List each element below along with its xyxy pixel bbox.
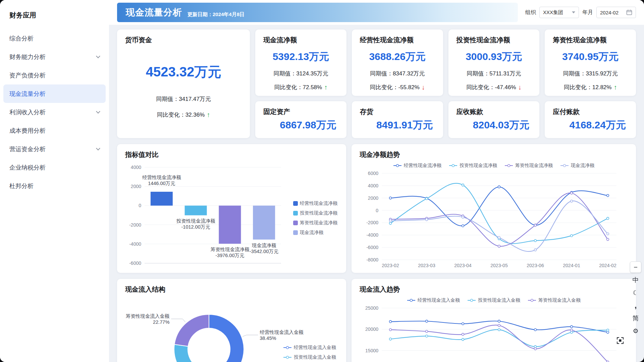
kpi-value: 5392.13万元 — [263, 50, 338, 64]
legend-item[interactable]: 筹资性现金流入金额 — [528, 297, 581, 304]
dark-mode-moon-icon[interactable]: ☾ — [630, 287, 641, 298]
legend-item[interactable]: 经营性现金流净额 — [293, 200, 337, 206]
floating-toolbar: − 中 ☾ , 简 ⚙ — [630, 261, 641, 337]
svg-text:38.45%: 38.45% — [260, 336, 276, 341]
svg-text:2024-01: 2024-01 — [563, 263, 580, 268]
main-content: 现金流量分析 更新日期：2024年4月8日 组织 XXX集团 年月 2024-0… — [109, 0, 644, 362]
comma-icon[interactable]: , — [630, 300, 641, 311]
fullscreen-icon[interactable] — [614, 335, 626, 347]
language-button[interactable]: 中 — [630, 274, 641, 286]
asset-kpi-card: 固定资产6867.98万元 — [255, 101, 346, 138]
kpi-card: 经营性现金流净额3688.26万元同期值：8347.32万元同比变化：-55.8… — [352, 29, 443, 96]
kpi-change: 同比变化：72.58%↑ — [263, 83, 338, 91]
svg-text:2000: 2000 — [131, 184, 141, 189]
sidebar-item-1[interactable]: 综合分析 — [3, 29, 106, 48]
kpi-value: 4168.24万元 — [553, 118, 628, 132]
charts-row-1: 指标值对比 400020000-2000-4000-6000经营性现金流净额14… — [117, 144, 636, 273]
page-title: 现金流量分析 — [126, 6, 182, 18]
month-label: 年月 — [582, 9, 593, 16]
svg-text:1446.00万元: 1446.00万元 — [148, 181, 175, 186]
svg-text:筹资性现金流入金额: 筹资性现金流入金额 — [126, 313, 170, 319]
legend-line-icon — [560, 164, 569, 168]
kpi-change-text: 同比变化：72.58% — [274, 83, 322, 91]
chart-title: 现金净额趋势 — [360, 150, 628, 159]
sidebar-item-8[interactable]: 企业纳税分析 — [3, 158, 106, 177]
page-banner: 现金流量分析 更新日期：2024年4月8日 — [117, 3, 518, 22]
svg-text:-1012.00万元: -1012.00万元 — [181, 224, 210, 230]
charts-row-2: 现金流入结构 经营性现金流入金额38.45%筹资性现金流入金额22.77% 经营… — [117, 279, 636, 362]
trend-up-icon: ↑ — [324, 83, 327, 91]
trend-up-icon: ↑ — [613, 83, 617, 91]
legend-line-icon — [449, 164, 458, 168]
legend-item[interactable]: 筹资性现金流净额 — [504, 162, 553, 169]
legend-item[interactable]: 现金流净额 — [293, 230, 337, 236]
header-row: 现金流量分析 更新日期：2024年4月8日 组织 XXX集团 年月 2024-0… — [109, 0, 644, 25]
month-picker[interactable]: 2024-02 — [596, 7, 636, 18]
sidebar-item-2[interactable]: 财务能力分析 — [3, 48, 106, 66]
legend-label: 投资性现金流入金额 — [294, 354, 336, 360]
bar-chart-legend: 经营性现金流净额投资性现金流净额筹资性现金流净额现金流净额 — [293, 200, 337, 236]
chevron-down-icon — [96, 109, 100, 114]
sidebar-item-9[interactable]: 杜邦分析 — [3, 177, 106, 195]
legend-line-icon — [467, 298, 476, 302]
sidebar-item-label: 利润收入分析 — [9, 108, 46, 116]
kpi-change: 同比变化：-55.82%↓ — [360, 83, 435, 91]
month-value: 2024-02 — [600, 10, 619, 15]
legend-line-icon — [393, 164, 402, 168]
svg-text:2023-03: 2023-03 — [418, 263, 435, 268]
svg-text:-2000: -2000 — [366, 220, 378, 225]
legend-label: 投资性现金流净额 — [460, 163, 497, 169]
legend-label: 经营性现金流入金额 — [418, 297, 460, 303]
org-select-value: XXX集团 — [543, 9, 563, 16]
svg-text:6000: 6000 — [368, 171, 378, 176]
settings-gear-icon[interactable]: ⚙ — [630, 325, 641, 337]
legend-item[interactable]: 筹资性现金流净额 — [293, 220, 337, 226]
svg-text:2000: 2000 — [368, 195, 378, 201]
sidebar-item-7[interactable]: 营运资金分析 — [3, 140, 106, 158]
legend-item[interactable]: 现金流净额 — [560, 162, 594, 169]
sidebar-item-label: 综合分析 — [9, 35, 34, 43]
legend-item[interactable]: 投资性现金流净额 — [293, 210, 337, 216]
kpi-change: 同比变化：32.36% ↑ — [125, 111, 242, 119]
sidebar-item-label: 杜邦分析 — [9, 182, 34, 190]
update-date: 更新日期：2024年4月8日 — [187, 11, 245, 18]
legend-label: 经营性现金流净额 — [404, 163, 441, 169]
kpi-change: 同比变化：-47.46%↓ — [457, 83, 532, 91]
svg-text:25000: 25000 — [365, 305, 378, 311]
legend-line-icon — [283, 355, 292, 359]
kpi-value: 8204.03万元 — [457, 118, 532, 132]
sidebar-item-6[interactable]: 成本费用分析 — [3, 121, 106, 140]
kpi-card: 筹资性现金流净额3740.95万元同期值：3315.92万元同比变化：12.82… — [545, 29, 636, 96]
app-root: 财务应用 综合分析财务能力分析资产负债分析现金流量分析利润收入分析成本费用分析营… — [0, 0, 644, 362]
legend-item[interactable]: 投资性现金流入金额 — [283, 354, 336, 360]
kpi-change-text: 同比变化：-47.46% — [466, 83, 516, 91]
chevron-down-icon — [96, 54, 100, 58]
collapse-button[interactable]: − — [630, 261, 641, 273]
legend-line-icon — [407, 298, 416, 302]
legend-label: 经营性现金流入金额 — [294, 345, 336, 351]
legend-item[interactable]: 投资性现金流净额 — [449, 162, 497, 169]
svg-text:-2000: -2000 — [129, 222, 141, 228]
legend-label: 筹资性现金流入金额 — [538, 297, 581, 303]
sidebar-item-3[interactable]: 资产负债分析 — [3, 66, 106, 84]
svg-text:现金流净额: 现金流净额 — [252, 243, 276, 248]
legend-item[interactable]: 经营性现金流净额 — [393, 162, 441, 169]
legend-item[interactable]: 投资性现金流入金额 — [467, 297, 520, 304]
sidebar-item-5[interactable]: 利润收入分析 — [3, 103, 106, 121]
legend-item[interactable]: 经营性现金流入金额 — [283, 345, 336, 351]
asset-kpi-card: 存货8491.91万元 — [352, 101, 443, 138]
legend-label: 现金流净额 — [300, 230, 323, 236]
line-chart-legend: 经营性现金流净额投资性现金流净额筹资性现金流净额现金流净额 — [360, 162, 628, 169]
sidebar-item-4[interactable]: 现金流量分析 — [3, 84, 106, 103]
kpi-title: 货币资金 — [125, 36, 242, 45]
org-label: 组织 — [525, 9, 536, 16]
org-select[interactable]: XXX集团 — [539, 7, 579, 18]
kpi-title: 筹资性现金流净额 — [553, 36, 628, 45]
legend-label: 现金流净额 — [571, 163, 594, 169]
legend-line-icon — [504, 164, 513, 168]
svg-text:-4000: -4000 — [129, 241, 141, 247]
simplified-chinese-button[interactable]: 简 — [630, 312, 641, 324]
svg-text:15000: 15000 — [365, 348, 378, 353]
sidebar-item-label: 成本费用分析 — [9, 127, 46, 135]
legend-item[interactable]: 经营性现金流入金额 — [407, 297, 460, 304]
